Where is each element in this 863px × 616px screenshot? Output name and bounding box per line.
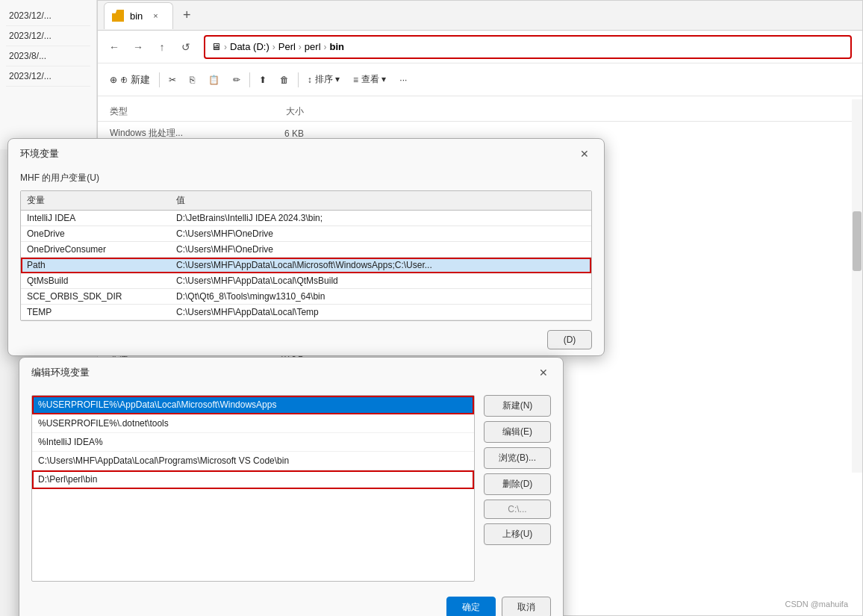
date-4: 2023/12/... (6, 66, 90, 87)
addr-perl: perl (305, 41, 321, 52)
env-row-intellij[interactable]: IntelliJ IDEA D:\JetBrains\IntelliJ IDEA… (21, 211, 591, 226)
col-variable: 变量 (27, 194, 176, 207)
cut-btn[interactable]: ✂ (163, 72, 182, 88)
delete-btn[interactable]: 🗑 (274, 72, 295, 88)
path-list: %USERPROFILE%\AppData\Local\Microsoft\Wi… (31, 395, 475, 582)
env-name-temp: TEMP (27, 307, 176, 317)
edit-env-var-dialog: 编辑环境变量 ✕ %USERPROFILE%\AppData\Local\Mic… (19, 357, 564, 616)
share-icon: ⬆ (259, 75, 267, 85)
new-path-btn[interactable]: 新建(N) (484, 395, 551, 417)
path-item-4[interactable]: C:\Users\MHF\AppData\Local\Programs\Micr… (32, 452, 474, 470)
date-1: 2023/12/... (6, 6, 90, 26)
env-val-temp: C:\Users\MHF\AppData\Local\Temp (176, 307, 585, 317)
new-label: ⊕ 新建 (120, 73, 150, 87)
csdn-watermark: CSDN @mahuifa (785, 600, 848, 609)
forward-btn[interactable]: → (128, 37, 149, 57)
path-item-5[interactable]: D:\Perl\perl\bin (32, 470, 474, 489)
delete-path-btn[interactable]: 删除(D) (484, 473, 551, 495)
copy-btn[interactable]: ⎘ (184, 72, 201, 88)
edit-var-inline-btn[interactable]: (D) (547, 330, 592, 349)
sort-label: 排序 ▾ (315, 73, 340, 86)
env-val-qtmsbuild: C:\Users\MHF\AppData\Local\QtMsBuild (176, 276, 585, 286)
addr-computer: 🖥 (211, 41, 221, 52)
new-tab-btn[interactable]: + (176, 5, 197, 26)
ok-btn[interactable]: 确定 (446, 597, 496, 616)
env-val-onedrive: C:\Users\MHF\OneDrive (176, 228, 585, 239)
date-2: 2023/12/... (6, 26, 90, 46)
browse-path-btn[interactable]: 浏览(B)... (484, 447, 551, 469)
file-list-header: 类型 大小 (98, 102, 862, 122)
env-dialog-close-btn[interactable]: ✕ (577, 146, 592, 161)
toolbar-div-2 (249, 72, 250, 87)
user-vars-label: MHF 的用户变量(U) (8, 167, 604, 187)
paste-btn[interactable]: 📋 (202, 72, 225, 88)
date-3: 2023/8/... (6, 46, 90, 66)
new-icon: ⊕ (110, 75, 117, 85)
sort-btn[interactable]: ↕ 排序 ▾ (302, 70, 346, 89)
env-table-header: 变量 值 (21, 191, 591, 211)
address-bar[interactable]: 🖥 › Data (D:) › Perl › perl › bin (204, 35, 852, 59)
file-size-1: 6 KB (244, 128, 304, 139)
refresh-btn[interactable]: ↺ (175, 37, 196, 57)
up-btn[interactable]: ↑ (152, 37, 172, 57)
env-name-qtmsbuild: QtMsBuild (27, 276, 176, 286)
path-item-2[interactable]: %USERPROFILE%\.dotnet\tools (32, 414, 474, 433)
env-name-path: Path (27, 260, 176, 270)
env-name-onedrive: OneDrive (27, 228, 176, 239)
env-row-qtmsbuild[interactable]: QtMsBuild C:\Users\MHF\AppData\Local\QtM… (21, 273, 591, 289)
scrollbar-thumb (853, 211, 862, 271)
sort-icon: ↕ (308, 75, 312, 85)
env-name-sce: SCE_ORBIS_SDK_DIR (27, 291, 176, 302)
copy-icon: ⎘ (190, 75, 195, 85)
env-row-sce[interactable]: SCE_ORBIS_SDK_DIR D:\Qt\Qt6_8\Tools\ming… (21, 289, 591, 305)
rename-icon: ✏ (233, 75, 240, 85)
rename-btn[interactable]: ✏ (227, 72, 246, 88)
env-row-onedrive[interactable]: OneDrive C:\Users\MHF\OneDrive (21, 226, 591, 242)
new-btn[interactable]: ⊕ ⊕ 新建 (104, 70, 156, 90)
env-name-onedriveconsumer: OneDriveConsumer (27, 244, 176, 255)
col-type: 类型 (110, 105, 244, 118)
edit-dialog-footer: 确定 取消 (19, 591, 563, 616)
toolbar: ⊕ ⊕ 新建 ✂ ⎘ 📋 ✏ ⬆ 🗑 ↕ 排序 ▾ ≡ 查看 ▾ ··· (98, 63, 862, 96)
env-row-temp[interactable]: TEMP C:\Users\MHF\AppData\Local\Temp (21, 305, 591, 320)
env-dialog-title-bar: 环境变量 ✕ (8, 139, 604, 167)
col-size: 大小 (244, 105, 304, 118)
addr-sep-3: › (299, 42, 302, 52)
edit-dialog-close-btn[interactable]: ✕ (536, 365, 551, 380)
tab-close-btn[interactable]: × (149, 9, 162, 22)
path-item-1[interactable]: %USERPROFILE%\AppData\Local\Microsoft\Wi… (32, 396, 474, 414)
left-dates-panel: 2023/12/... 2023/12/... 2023/8/... 2023/… (0, 0, 97, 149)
right-scrollbar[interactable] (852, 99, 862, 473)
view-label: 查看 ▾ (361, 73, 386, 86)
env-row-path[interactable]: Path C:\Users\MHF\AppData\Local\Microsof… (21, 258, 591, 273)
back-btn[interactable]: ← (104, 37, 125, 57)
path-item-3[interactable]: %IntelliJ IDEA% (32, 433, 474, 452)
toolbar-div-1 (159, 72, 160, 87)
cancel-btn[interactable]: 取消 (502, 597, 551, 616)
env-variables-dialog: 环境变量 ✕ MHF 的用户变量(U) 变量 值 IntelliJ IDEA D… (7, 138, 605, 356)
more-btn[interactable]: ··· (393, 72, 413, 88)
edit-dialog-title-bar: 编辑环境变量 ✕ (19, 358, 563, 386)
edit-dialog-body: %USERPROFILE%\AppData\Local\Microsoft\Wi… (19, 386, 563, 591)
env-val-intellij: D:\JetBrains\IntelliJ IDEA 2024.3\bin; (176, 213, 585, 223)
active-tab[interactable]: bin × (104, 2, 173, 29)
addr-bin: bin (330, 41, 345, 52)
env-val-path: C:\Users\MHF\AppData\Local\Microsoft\Win… (176, 260, 585, 270)
nav-bar: ← → ↑ ↺ 🖥 › Data (D:) › Perl › perl › bi… (98, 31, 862, 63)
addr-sep-1: › (224, 42, 227, 52)
col-value: 值 (176, 194, 585, 207)
view-icon: ≡ (353, 75, 358, 85)
env-row-onedriveconsumer[interactable]: OneDriveConsumer C:\Users\MHF\OneDrive (21, 242, 591, 258)
share-btn[interactable]: ⬆ (253, 72, 272, 88)
env-val-sce: D:\Qt\Qt6_8\Tools\mingw1310_64\bin (176, 291, 585, 302)
folder-icon (112, 10, 124, 22)
moveup-btn[interactable]: 上移(U) (484, 523, 551, 545)
addr-sep-4: › (324, 42, 327, 52)
cpath-btn[interactable]: C:\... (484, 500, 551, 519)
addr-sep-2: › (272, 42, 275, 52)
view-btn[interactable]: ≡ 查看 ▾ (347, 70, 392, 89)
env-dialog-title: 环境变量 (20, 147, 59, 161)
user-vars-table: 变量 值 IntelliJ IDEA D:\JetBrains\IntelliJ… (20, 190, 592, 321)
path-action-buttons: 新建(N) 编辑(E) 浏览(B)... 删除(D) C:\... 上移(U) (484, 395, 551, 582)
edit-path-btn[interactable]: 编辑(E) (484, 421, 551, 443)
